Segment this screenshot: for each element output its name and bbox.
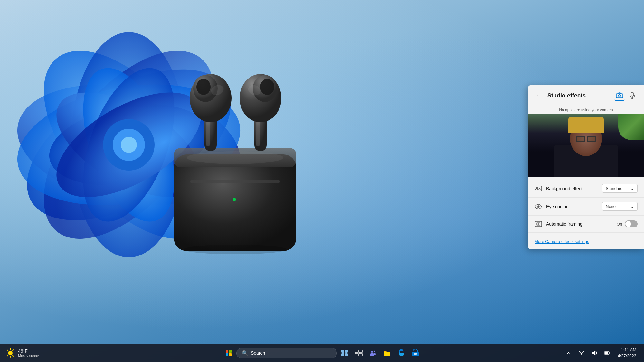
search-label: Search <box>251 350 265 356</box>
weather-temperature: 46°F <box>18 348 39 354</box>
svg-rect-58 <box>359 350 362 353</box>
svg-line-52 <box>7 355 8 356</box>
svg-line-49 <box>7 350 8 351</box>
panel-header: ← Studio effects <box>528 85 644 106</box>
svg-rect-41 <box>535 221 542 227</box>
search-icon: 🔍 <box>242 350 248 356</box>
show-hidden-icons-button[interactable] <box>564 348 574 358</box>
network-icon-button[interactable] <box>576 348 587 358</box>
battery-icon <box>604 351 611 355</box>
svg-rect-54 <box>345 350 348 353</box>
svg-rect-63 <box>370 353 374 356</box>
cam-hat <box>568 117 604 133</box>
studio-effects-panel: ← Studio effects <box>528 85 644 249</box>
svg-rect-57 <box>355 350 358 353</box>
svg-rect-55 <box>341 353 344 356</box>
svg-rect-59 <box>355 353 358 356</box>
background-effect-label: Background effect <box>546 186 598 191</box>
file-explorer-icon <box>383 349 391 357</box>
svg-point-43 <box>538 223 539 225</box>
weather-condition: Mostly sunny <box>18 354 39 357</box>
automatic-framing-label: Automatic framing <box>546 221 613 227</box>
svg-point-17 <box>233 198 236 201</box>
volume-icon <box>592 350 597 356</box>
background-effect-row: Background effect Standard ⌄ <box>528 180 644 198</box>
dropdown-chevron-2: ⌄ <box>630 204 634 209</box>
svg-point-38 <box>536 187 538 189</box>
eye-contact-dropdown[interactable]: None ⌄ <box>602 202 638 211</box>
svg-rect-14 <box>174 154 296 251</box>
eye-contact-icon <box>535 203 542 210</box>
automatic-framing-toggle-container: Off <box>617 220 638 227</box>
svg-rect-37 <box>535 186 542 191</box>
svg-rect-16 <box>190 180 280 183</box>
store-button[interactable] <box>409 347 422 359</box>
edge-button[interactable] <box>395 347 408 359</box>
teams-icon <box>369 349 377 357</box>
camera-preview-inner <box>528 114 644 177</box>
taskbar-search[interactable]: 🔍 Search <box>236 348 337 358</box>
teams-button[interactable] <box>366 347 379 359</box>
widgets-icon <box>341 349 348 357</box>
svg-rect-68 <box>605 352 608 354</box>
automatic-framing-toggle[interactable] <box>625 220 638 227</box>
clock-time: 1:11 AM <box>618 347 636 353</box>
svg-rect-66 <box>414 353 417 355</box>
camera-preview <box>528 114 644 177</box>
widgets-button[interactable] <box>338 347 351 359</box>
background-effect-dropdown[interactable]: Standard ⌄ <box>602 184 638 193</box>
taskbar: 46°F Mostly sunny 🔍 Search <box>0 344 644 362</box>
task-view-button[interactable] <box>352 347 365 359</box>
store-icon <box>412 349 419 357</box>
system-clock[interactable]: 1:11 AM 4/27/2023 <box>615 346 639 360</box>
svg-rect-34 <box>631 92 634 96</box>
wifi-icon <box>579 351 584 355</box>
start-button[interactable] <box>222 347 235 359</box>
panel-header-icons <box>614 90 638 101</box>
svg-point-31 <box>184 245 287 254</box>
svg-point-61 <box>371 351 373 353</box>
svg-rect-60 <box>359 353 362 356</box>
svg-rect-42 <box>537 223 540 225</box>
automatic-framing-value-label: Off <box>617 222 622 227</box>
cam-glasses <box>576 136 596 142</box>
edge-icon <box>397 349 405 357</box>
svg-point-29 <box>260 79 274 95</box>
back-button[interactable]: ← <box>535 91 544 100</box>
svg-point-40 <box>538 206 539 207</box>
dropdown-chevron: ⌄ <box>630 186 634 191</box>
svg-rect-69 <box>610 352 610 354</box>
svg-point-23 <box>196 79 211 95</box>
panel-title: Studio effects <box>547 92 611 99</box>
svg-rect-56 <box>345 353 348 356</box>
svg-line-50 <box>13 355 14 356</box>
camera-status-text: No apps are using your camera <box>528 106 644 114</box>
file-explorer-button[interactable] <box>381 347 393 359</box>
automatic-framing-row: Automatic framing Off <box>528 216 644 233</box>
microphone-icon[interactable] <box>627 90 638 101</box>
svg-point-33 <box>619 95 621 97</box>
chevron-up-icon <box>567 351 570 355</box>
eye-contact-label: Eye contact <box>546 204 598 209</box>
svg-point-44 <box>8 351 13 355</box>
svg-line-51 <box>13 350 14 351</box>
taskbar-center: 🔍 Search <box>222 347 422 359</box>
weather-widget[interactable]: 46°F Mostly sunny <box>5 348 39 358</box>
eye-contact-row: Eye contact None ⌄ <box>528 198 644 216</box>
clock-date: 4/27/2023 <box>618 353 636 359</box>
panel-settings: Background effect Standard ⌄ Eye contact <box>528 177 644 235</box>
weather-icon <box>5 348 15 358</box>
svg-rect-53 <box>341 350 344 353</box>
task-view-icon <box>355 350 363 356</box>
svg-point-62 <box>374 351 375 352</box>
background-effect-icon <box>535 185 542 192</box>
taskbar-right: 1:11 AM 4/27/2023 <box>564 346 639 360</box>
windows-logo <box>226 350 232 356</box>
desktop: ← Studio effects <box>0 0 644 362</box>
airpods-image <box>126 42 351 261</box>
cam-plant <box>618 114 644 140</box>
battery-icon-button[interactable] <box>602 348 612 358</box>
more-camera-effects-link[interactable]: More Camera effects settings <box>528 235 644 249</box>
volume-icon-button[interactable] <box>589 348 600 358</box>
camera-icon[interactable] <box>614 90 625 101</box>
